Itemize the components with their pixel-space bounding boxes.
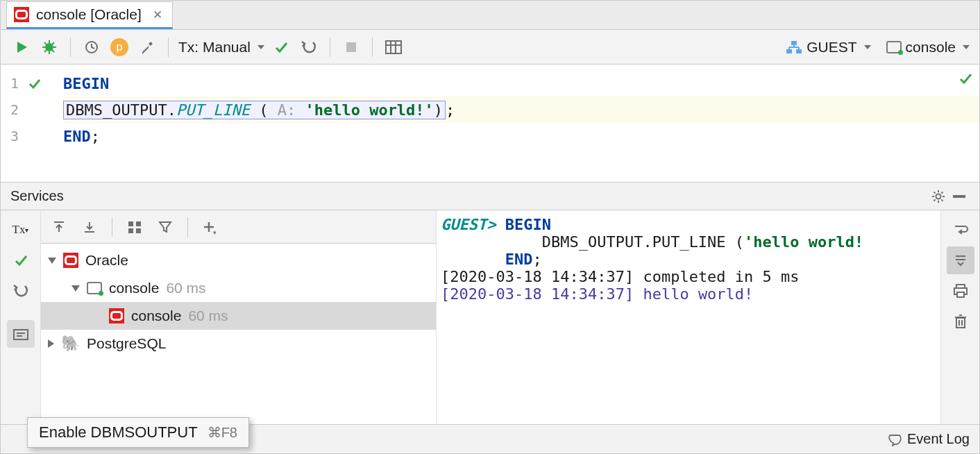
apply-button[interactable]	[7, 246, 35, 274]
oracle-icon	[14, 7, 29, 22]
code-editor[interactable]: 1 2 3 BEGIN DBMS_OUTPUT.PUT_LINE ( A: 'h…	[1, 65, 979, 183]
svg-rect-51	[956, 318, 965, 328]
dbms-output-button[interactable]	[7, 320, 35, 348]
expand-icon[interactable]	[71, 285, 80, 292]
chevron-down-icon	[864, 45, 871, 49]
tab-title: console [Oracle]	[36, 6, 142, 23]
expand-icon[interactable]	[48, 339, 54, 348]
output-timestamp: [2020-03-18 14:34:37]	[441, 285, 634, 303]
output-prompt: GUEST>	[441, 216, 496, 233]
svg-point-23	[936, 194, 941, 199]
toolbar: p Tx: Manual GUEST	[1, 30, 979, 65]
session-name: console	[906, 39, 956, 56]
code-string: 'hello world!'	[305, 101, 433, 119]
revert-button[interactable]	[7, 277, 35, 305]
tree-node-console-result[interactable]: console 60 ms	[41, 302, 436, 330]
keyword: END	[63, 128, 91, 145]
svg-rect-17	[786, 49, 792, 53]
svg-line-7	[52, 50, 54, 52]
output-keyword: BEGIN	[505, 216, 551, 233]
output-text: completed in 5 ms	[643, 268, 799, 285]
commit-button[interactable]	[267, 33, 295, 61]
tooltip: Enable DBMSOUTPUT ⌘F8	[27, 417, 249, 448]
inspection-ok-icon[interactable]	[958, 72, 972, 85]
node-label: console	[131, 308, 181, 324]
node-label: Oracle	[85, 252, 128, 269]
filter-button[interactable]	[151, 213, 179, 241]
tx-mode-label: Tx: Manual	[178, 39, 251, 56]
hide-panel-button[interactable]	[949, 186, 970, 207]
svg-line-30	[934, 199, 936, 201]
services-tree[interactable]: Oracle console 60 ms console 60 ms 🐘 Pos…	[41, 244, 436, 424]
svg-line-29	[941, 199, 943, 201]
oracle-icon	[109, 308, 124, 323]
output-timestamp: [2020-03-18 14:34:37]	[441, 268, 634, 285]
explain-plan-button[interactable]	[380, 33, 407, 61]
event-log-icon	[888, 432, 902, 446]
gear-icon[interactable]	[928, 186, 949, 207]
separator	[372, 37, 373, 57]
event-log-button[interactable]: Event Log	[888, 431, 970, 447]
event-log-label: Event Log	[907, 431, 970, 447]
stop-button[interactable]	[337, 33, 365, 61]
line-number: 2	[10, 101, 19, 118]
line-number: 3	[10, 128, 19, 144]
chevron-down-icon	[963, 45, 970, 49]
services-title: Services	[10, 188, 64, 204]
close-icon[interactable]: ✕	[153, 8, 162, 22]
tree-node-oracle[interactable]: Oracle	[41, 246, 436, 274]
settings-button[interactable]	[133, 33, 161, 61]
pin-button[interactable]: p	[105, 33, 133, 61]
expand-all-button[interactable]	[45, 213, 73, 241]
tx-button[interactable]: Tx▾	[7, 216, 35, 244]
separator	[168, 37, 169, 57]
scroll-to-end-button[interactable]	[947, 246, 974, 274]
add-button[interactable]: ▾	[196, 213, 224, 241]
print-button[interactable]	[947, 277, 974, 305]
node-duration: 60 ms	[166, 280, 205, 296]
debug-button[interactable]	[35, 33, 63, 61]
layout-button[interactable]	[121, 213, 149, 241]
svg-rect-50	[957, 292, 964, 297]
tree-node-console-session[interactable]: console 60 ms	[41, 274, 436, 302]
services-tree-toolbar: ▾	[41, 210, 436, 244]
rollback-button[interactable]	[295, 33, 323, 61]
output-right-toolbar	[940, 210, 979, 424]
svg-rect-18	[796, 49, 802, 53]
svg-rect-33	[14, 330, 28, 339]
collapse-all-button[interactable]	[76, 213, 103, 241]
svg-rect-11	[346, 42, 356, 52]
svg-rect-43	[136, 228, 141, 233]
output-text: DBMS_OUTPUT.PUT_LINE (	[542, 233, 744, 251]
postgresql-icon: 🐘	[61, 335, 80, 353]
console-icon	[87, 282, 102, 294]
run-button[interactable]	[8, 33, 35, 61]
soft-wrap-button[interactable]	[947, 216, 974, 244]
chevron-down-icon	[257, 45, 264, 49]
svg-line-6	[44, 42, 47, 44]
svg-rect-41	[136, 221, 141, 226]
svg-line-8	[44, 50, 47, 52]
tx-mode-dropdown[interactable]: Tx: Manual	[176, 39, 267, 56]
line-number: 1	[10, 75, 19, 92]
svg-rect-40	[128, 221, 133, 226]
param-hint: A:	[278, 101, 296, 119]
tooltip-label: Enable DBMSOUTPUT	[39, 423, 198, 442]
separator	[70, 37, 71, 57]
history-button[interactable]	[78, 33, 105, 61]
svg-marker-0	[17, 42, 27, 53]
services-left-toolbar: Tx▾	[1, 210, 41, 424]
tree-node-postgres[interactable]: 🐘 PostgreSQL	[41, 330, 436, 358]
node-label: PostgreSQL	[87, 335, 166, 352]
code-area[interactable]: BEGIN DBMS_OUTPUT.PUT_LINE ( A: 'hello w…	[63, 65, 979, 182]
tab-console-oracle[interactable]: console [Oracle] ✕	[6, 1, 173, 29]
gutter: 1 2 3	[1, 65, 63, 182]
schema-dropdown[interactable]: GUEST	[783, 39, 873, 56]
output-console[interactable]: GUEST> BEGIN DBMS_OUTPUT.PUT_LINE ('hell…	[437, 210, 940, 424]
code-function: PUT_LINE	[176, 101, 250, 119]
expand-icon[interactable]	[48, 258, 56, 264]
output-string: 'hello world!	[744, 233, 863, 251]
session-dropdown[interactable]: console	[884, 39, 972, 56]
clear-button[interactable]	[947, 308, 974, 335]
keyword: BEGIN	[63, 75, 109, 92]
